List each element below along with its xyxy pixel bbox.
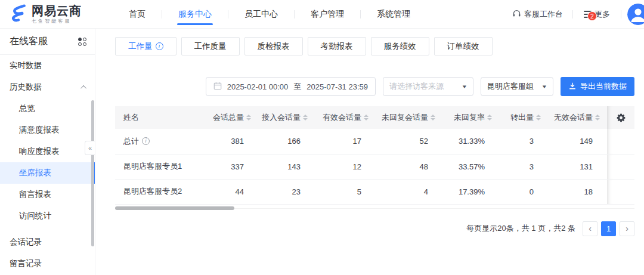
sidebar-item-session-records[interactable]: 会话记录 [0, 231, 95, 253]
tab-label: 工作质量 [194, 41, 227, 52]
tab-work-quality[interactable]: 工作质量 [181, 37, 240, 55]
col-header-name: 姓名 [115, 106, 205, 129]
cell-settings-spacer [607, 129, 634, 154]
date-end: 2025-07-31 23:59 [306, 82, 368, 91]
headset-icon [512, 9, 521, 20]
info-icon: i [156, 42, 163, 50]
cell: 381 [205, 129, 258, 154]
user-avatar[interactable] [627, 4, 644, 25]
sidebar-collapse-button[interactable]: « [85, 141, 95, 155]
sidebar-item-responsiveness-report[interactable]: 响应度报表 [0, 141, 95, 162]
visitor-source-select[interactable]: 请选择访客来源 ▼ [383, 77, 473, 96]
sort-control[interactable]: 未回复率 [454, 112, 492, 123]
sidebar: 在线客服 实时数据 历史数据 总览 满意度报表 响应度报表 坐席报表 留言报表 … [0, 29, 95, 275]
cell: 52 [376, 129, 442, 154]
sort-icon [487, 115, 492, 120]
nav-item-system-mgmt[interactable]: 系统管理 [361, 0, 426, 28]
row-name: 总计 [123, 136, 139, 147]
col-header-settings [607, 106, 634, 129]
export-button[interactable]: 导出当前数据 [561, 77, 634, 96]
date-range-picker[interactable]: 2025-02-01 00:00 至 2025-07-31 23:59 [206, 77, 376, 96]
col-header-label: 未回复会话量 [382, 112, 428, 123]
nav-item-service-center[interactable]: 服务中心 [162, 0, 228, 28]
cell: 17 [315, 129, 376, 154]
cell: 166 [258, 129, 315, 154]
agent-workbench-button[interactable]: 客服工作台 [503, 9, 572, 20]
col-header-label: 有效会话量 [323, 112, 361, 123]
info-icon: i [142, 137, 150, 145]
sidebar-item-visit-statistics[interactable]: 访问统计 [0, 205, 95, 227]
sidebar-scrollbar[interactable] [91, 100, 94, 246]
notification-badge: 2 [587, 11, 597, 21]
cell: 0 [499, 179, 548, 204]
cell: 3 [499, 129, 548, 154]
nav-item-staff-center[interactable]: 员工中心 [228, 0, 294, 28]
sidebar-item-label: 总览 [19, 103, 35, 114]
cell: 4 [376, 179, 442, 204]
pagination-page-1-button[interactable]: 1 [601, 221, 616, 236]
pagination-summary: 每页显示20条，共 1 页，共2 条 [466, 223, 575, 234]
column-settings-gear-icon[interactable] [616, 113, 626, 123]
sidebar-item-overview[interactable]: 总览 [0, 98, 95, 119]
col-header-label: 会话总量 [213, 112, 244, 123]
cell: 33.57% [442, 154, 499, 179]
col-header-invalid-sessions: 无效会话量 [548, 106, 607, 129]
cell: 3 [499, 154, 548, 179]
pagination-prev-button[interactable]: ‹ [583, 221, 597, 236]
sort-control[interactable]: 未回复会话量 [382, 112, 435, 123]
topbar-right: 客服工作台 更多 2 [503, 0, 644, 28]
agent-group-value: 昆明店客服组 [487, 81, 534, 92]
sort-control[interactable]: 接入会话量 [262, 112, 308, 123]
nav-item-customer-mgmt[interactable]: 客户管理 [295, 0, 360, 28]
sort-control[interactable]: 会话总量 [213, 112, 251, 123]
sidebar-item-label: 坐席报表 [19, 168, 51, 178]
more-menu-button[interactable]: 更多 2 [573, 9, 621, 20]
brand-logo[interactable]: 网易云商 七鱼智能客服 [0, 4, 82, 25]
sort-control[interactable]: 无效会话量 [554, 112, 600, 123]
table-horizontal-scrollbar-thumb[interactable] [115, 206, 234, 210]
tab-workload[interactable]: 工作量 i [115, 37, 177, 55]
col-header-unreplied-rate: 未回复率 [442, 106, 499, 129]
sidebar-title: 在线客服 [10, 35, 48, 48]
table-horizontal-scrollbar-track [115, 206, 634, 212]
sort-icon [536, 115, 541, 120]
cell: 48 [376, 154, 442, 179]
cell: 149 [548, 129, 607, 154]
col-header-label: 未回复率 [454, 112, 485, 123]
cell: 143 [258, 154, 315, 179]
col-header-label: 转出量 [510, 112, 534, 123]
table-row: 昆明店客服专员2 44 23 5 4 17.39% 0 18 [115, 179, 634, 204]
sidebar-item-satisfaction-report[interactable]: 满意度报表 [0, 119, 95, 141]
sidebar-item-label: 响应度报表 [19, 146, 60, 157]
tab-attendance-report[interactable]: 考勤报表 [308, 37, 366, 55]
sidebar-item-message-report[interactable]: 留言报表 [0, 184, 95, 205]
tab-order-performance[interactable]: 订单绩效 [434, 37, 493, 55]
cell: 5 [315, 179, 376, 204]
sort-control[interactable]: 有效会话量 [323, 112, 369, 123]
sidebar-item-label: 历史数据 [10, 82, 42, 92]
table-row: 昆明店客服专员1 337 143 12 48 33.57% 3 131 [115, 154, 634, 179]
agent-group-select[interactable]: 昆明店客服组 ▼ [481, 77, 553, 96]
chevron-up-icon [80, 85, 86, 91]
col-header-label: 无效会话量 [554, 112, 593, 123]
pagination-next-button[interactable]: › [620, 221, 634, 236]
brand-name: 网易云商 [32, 5, 82, 17]
row-name: 昆明店客服专员2 [123, 186, 182, 197]
sort-icon [431, 115, 435, 120]
nav-item-home[interactable]: 首页 [113, 0, 162, 28]
download-icon [568, 82, 577, 92]
sidebar-item-realtime-data[interactable]: 实时数据 [0, 55, 95, 76]
tab-service-performance[interactable]: 服务绩效 [371, 37, 429, 55]
sidebar-item-message-records[interactable]: 留言记录 [0, 253, 95, 274]
tab-label: 订单绩效 [447, 41, 479, 52]
date-to-label: 至 [293, 81, 301, 92]
sidebar-item-history-data[interactable]: 历史数据 [0, 76, 95, 98]
tab-qc-report[interactable]: 质检报表 [244, 37, 303, 55]
date-start: 2025-02-01 00:00 [227, 82, 289, 91]
sort-control[interactable]: 转出量 [510, 112, 541, 123]
sidebar-item-agent-report[interactable]: 坐席报表 [0, 162, 95, 184]
col-header-valid-sessions: 有效会话量 [315, 106, 376, 129]
filter-bar: 2025-02-01 00:00 至 2025-07-31 23:59 请选择访… [115, 77, 634, 96]
calendar-icon [213, 82, 222, 92]
apps-grid-icon[interactable] [78, 38, 86, 46]
